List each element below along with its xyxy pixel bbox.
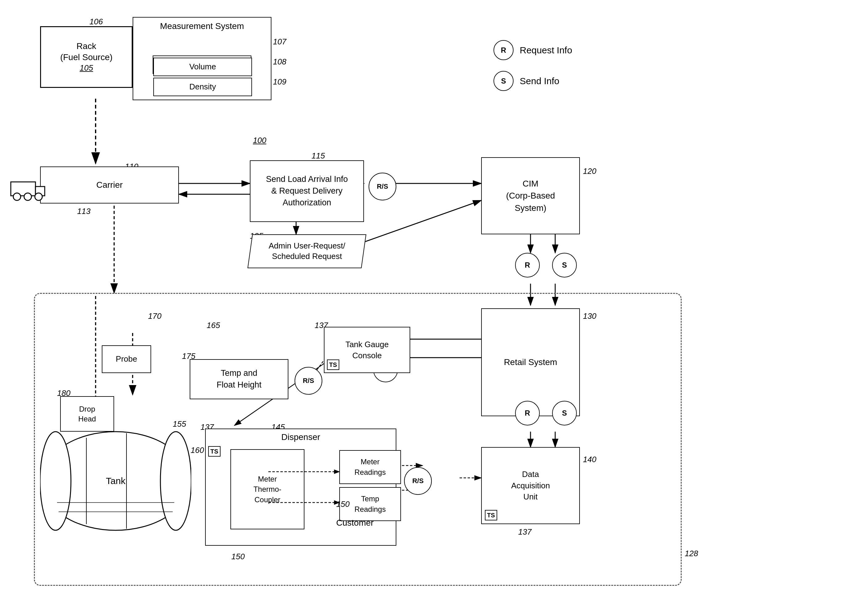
ts-tank-label: TS bbox=[327, 359, 339, 370]
meter-readings-box: MeterReadings bbox=[339, 450, 401, 484]
ref-106: 106 bbox=[89, 17, 103, 27]
temp-arrow bbox=[268, 493, 345, 518]
probe-box: Probe bbox=[102, 345, 151, 373]
admin-user-box: Admin User-Request/Scheduled Request bbox=[247, 234, 366, 268]
ref-109: 109 bbox=[273, 77, 286, 87]
ref-115: 115 bbox=[312, 151, 325, 161]
carrier-box: Carrier bbox=[40, 167, 179, 203]
data-acquisition-box: DataAcquisitionUnit TS bbox=[481, 447, 580, 524]
svg-point-33 bbox=[35, 193, 42, 200]
tank-icon: Tank bbox=[40, 419, 191, 543]
customer-label: Customer bbox=[336, 518, 373, 528]
ref-108: 108 bbox=[273, 57, 286, 67]
ref-100: 100 bbox=[253, 136, 266, 145]
ref-160: 160 bbox=[191, 446, 204, 455]
rs-meter-circle: R/S bbox=[404, 467, 432, 495]
measurement-system-box: Measurement System Temperature Volume De… bbox=[133, 17, 272, 100]
svg-point-36 bbox=[40, 432, 71, 530]
temp-float-box: Temp andFloat Height bbox=[190, 359, 288, 399]
ref-165: 165 bbox=[207, 321, 220, 330]
ref-137c: 137 bbox=[518, 527, 531, 537]
r-cim-circle: R bbox=[515, 253, 540, 278]
ref-150b: 150 bbox=[231, 552, 245, 561]
send-load-box: Send Load Arrival Info& Request Delivery… bbox=[250, 160, 364, 222]
svg-point-32 bbox=[13, 193, 21, 200]
cim-box: CIM(Corp-BasedSystem) bbox=[481, 157, 580, 234]
volume-row: Volume bbox=[153, 58, 252, 76]
svg-text:Tank: Tank bbox=[106, 476, 125, 486]
svg-point-37 bbox=[160, 432, 191, 530]
rs-main-circle: R/S bbox=[369, 173, 396, 200]
r-data-circle: R bbox=[515, 401, 540, 426]
truck-icon bbox=[9, 173, 46, 203]
s-cim-circle: S bbox=[552, 253, 577, 278]
retail-system-box: Retail System bbox=[481, 308, 580, 416]
ref-170: 170 bbox=[148, 311, 161, 321]
legend-s-circle: S bbox=[494, 71, 514, 91]
ref-140: 140 bbox=[583, 455, 596, 464]
ts-dispenser-label: TS bbox=[208, 446, 220, 457]
rack-box: Rack (Fuel Source) 105 bbox=[40, 26, 133, 88]
ref-113: 113 bbox=[77, 207, 91, 216]
density-row: Density bbox=[153, 78, 252, 96]
tank-gauge-box: Tank GaugeConsole TS bbox=[324, 327, 410, 373]
ref-130: 130 bbox=[583, 311, 596, 321]
rs-temp-circle: R/S bbox=[295, 367, 322, 395]
ref-128: 128 bbox=[685, 549, 698, 558]
legend-r-circle: R bbox=[494, 40, 514, 60]
s-data-circle: S bbox=[552, 401, 577, 426]
svg-point-34 bbox=[24, 193, 31, 200]
legend-s: S Send Info bbox=[494, 71, 559, 91]
meter-arrow bbox=[268, 462, 345, 487]
ts-data-label: TS bbox=[485, 510, 497, 521]
diagram: 100 106 Rack (Fuel Source) 105 Measureme… bbox=[0, 0, 859, 616]
ref-120: 120 bbox=[583, 167, 596, 176]
legend-r: R Request Info bbox=[494, 40, 572, 60]
ref-107: 107 bbox=[273, 37, 286, 47]
